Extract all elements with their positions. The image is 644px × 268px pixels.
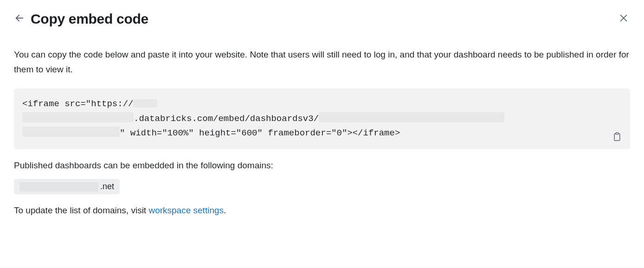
embed-code-block: <iframe src="https:// .databricks.com/em… (14, 89, 630, 150)
close-button[interactable] (617, 13, 630, 26)
back-button[interactable] (14, 13, 25, 25)
clipboard-icon (612, 135, 622, 143)
embed-code-text[interactable]: <iframe src="https:// .databricks.com/em… (22, 97, 602, 141)
update-domains-text: To update the list of domains, visit wor… (14, 205, 630, 216)
arrow-left-icon (14, 13, 25, 25)
allowed-domains-list: .net (14, 179, 630, 194)
copy-code-button[interactable] (612, 132, 623, 142)
redacted-segment (19, 182, 98, 191)
dialog-header: Copy embed code (14, 11, 630, 27)
dialog-title: Copy embed code (31, 11, 148, 27)
allowed-domains-label: Published dashboards can be embedded in … (14, 160, 630, 171)
code-part3-prefix: " (120, 128, 125, 138)
code-part1: <iframe src="https:// (22, 99, 133, 109)
title-group: Copy embed code (14, 11, 148, 27)
workspace-settings-link[interactable]: workspace settings (148, 205, 224, 215)
redacted-segment (319, 112, 504, 122)
update-prefix: To update the list of domains, visit (14, 205, 148, 215)
close-icon (618, 13, 629, 25)
code-part3-rest: width="100%" height="600" frameborder="0… (125, 128, 400, 138)
redacted-segment (133, 99, 157, 108)
domain-suffix: .net (100, 182, 114, 191)
svg-rect-4 (616, 133, 618, 134)
domain-chip: .net (14, 179, 120, 194)
redacted-segment (22, 112, 134, 122)
embed-code-dialog: Copy embed code You can copy the code be… (0, 0, 644, 216)
code-part2: .databricks.com/embed/dashboardsv3/ (134, 114, 319, 124)
dialog-description: You can copy the code below and paste it… (14, 47, 630, 77)
update-suffix: . (224, 205, 226, 215)
redacted-segment (22, 127, 120, 137)
svg-rect-3 (614, 134, 620, 141)
